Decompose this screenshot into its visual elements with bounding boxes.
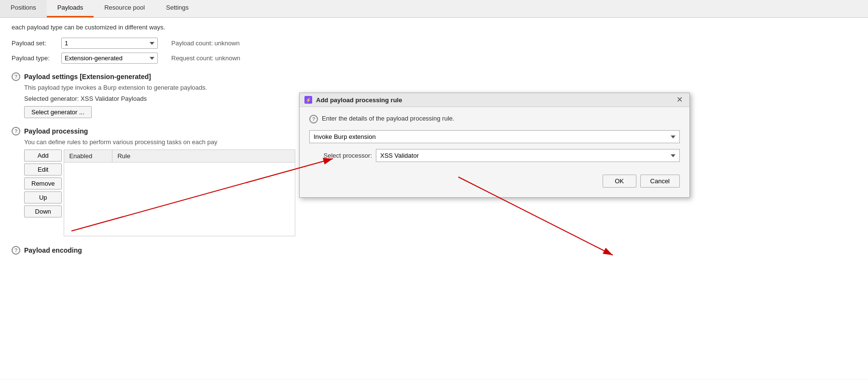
add-button[interactable]: Add [24, 149, 62, 162]
dialog-body: ? Enter the details of the payload proce… [300, 107, 689, 197]
request-count-text: Request count: unknown [171, 54, 240, 62]
payload-encoding-section: ? Payload encoding [12, 246, 856, 255]
payload-settings-header: ? Payload settings [Extension-generated] [12, 72, 856, 81]
dialog-processor-row: Select processor: XSS Validator [309, 149, 680, 162]
col-header-rule: Rule [112, 150, 295, 162]
intro-text: each payload type can be customized in d… [12, 24, 856, 31]
dialog-help-icon: ? [309, 115, 318, 123]
payload-set-row: Payload set: 1 Payload count: unknown [12, 38, 856, 49]
dialog-processor-label: Select processor: [309, 152, 372, 159]
processing-table: Enabled Rule [64, 149, 295, 236]
dialog: ⚡ Add payload processing rule ✕ ? Enter … [299, 93, 690, 198]
payload-type-row: Payload type: Extension-generated Reques… [12, 53, 856, 64]
processing-buttons: Add Edit Remove Up Down [24, 149, 62, 236]
payload-encoding-title: Payload encoding [24, 246, 82, 254]
dialog-main-dropdown-row: Invoke Burp extension [309, 130, 680, 143]
table-header: Enabled Rule [64, 150, 295, 163]
payload-set-dropdown[interactable]: 1 [61, 38, 158, 49]
remove-button[interactable]: Remove [24, 177, 62, 190]
dialog-processor-dropdown[interactable]: XSS Validator [376, 149, 680, 162]
payload-settings-desc: This payload type invokes a Burp extensi… [24, 84, 856, 91]
payload-type-dropdown[interactable]: Extension-generated [61, 53, 158, 64]
payload-processing-help-icon[interactable]: ? [12, 127, 20, 136]
tab-resource-pool[interactable]: Resource pool [94, 0, 155, 17]
dialog-info-text: Enter the details of the payload process… [322, 115, 455, 122]
dialog-titlebar: ⚡ Add payload processing rule ✕ [300, 93, 689, 107]
dialog-ok-button[interactable]: OK [603, 175, 636, 188]
dialog-main-dropdown[interactable]: Invoke Burp extension [309, 130, 680, 143]
payload-settings-title: Payload settings [Extension-generated] [24, 73, 151, 81]
main-content: each payload type can be customized in d… [0, 18, 868, 380]
payload-set-label: Payload set: [12, 40, 57, 47]
tab-payloads[interactable]: Payloads [47, 0, 94, 17]
down-button[interactable]: Down [24, 205, 62, 217]
dialog-close-button[interactable]: ✕ [675, 96, 685, 104]
payload-count-text: Payload count: unknown [171, 40, 240, 47]
tab-bar: Positions Payloads Resource pool Setting… [0, 0, 868, 18]
dialog-footer: OK Cancel [309, 169, 680, 188]
payload-encoding-header: ? Payload encoding [12, 246, 856, 255]
edit-button[interactable]: Edit [24, 163, 62, 176]
col-header-enabled: Enabled [64, 150, 112, 162]
dialog-cancel-button[interactable]: Cancel [640, 175, 680, 188]
payload-encoding-help-icon[interactable]: ? [12, 246, 20, 255]
dialog-title-text: Add payload processing rule [316, 96, 671, 104]
up-button[interactable]: Up [24, 191, 62, 204]
payload-type-label: Payload type: [12, 54, 57, 62]
payload-settings-help-icon[interactable]: ? [12, 72, 20, 81]
tab-positions[interactable]: Positions [0, 0, 47, 17]
dialog-info-row: ? Enter the details of the payload proce… [309, 115, 680, 123]
payload-processing-title: Payload processing [24, 127, 88, 135]
dialog-title-icon: ⚡ [304, 96, 312, 104]
select-generator-button[interactable]: Select generator ... [24, 106, 92, 118]
tab-settings[interactable]: Settings [155, 0, 199, 17]
